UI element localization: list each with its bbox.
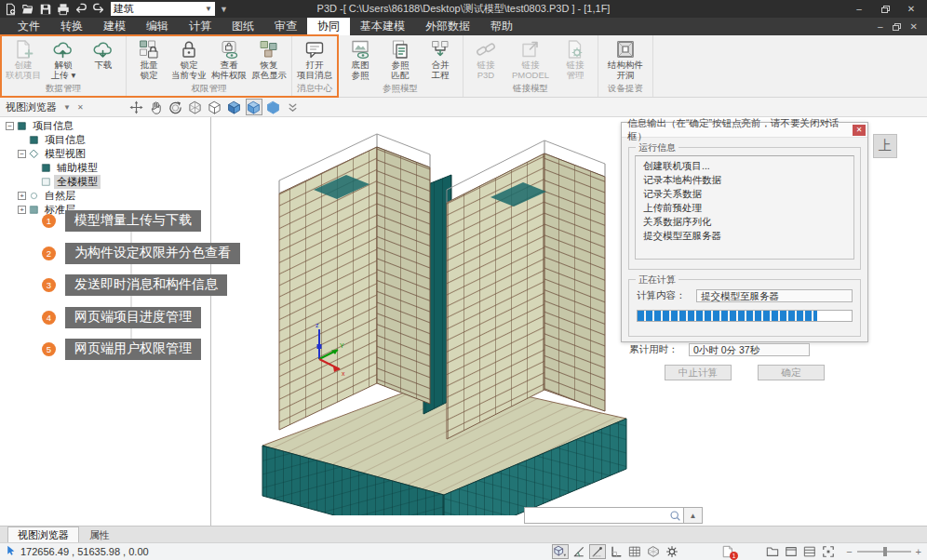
search-icon[interactable] — [669, 510, 681, 522]
ribbon-groups: 底图 参照 参照 匹配 合并 工程 参照模型 链接 P3D 链接 PMODEL … — [338, 35, 653, 97]
tree-item-2[interactable]: − 模型视图 — [0, 147, 210, 161]
ribbon-button-lock-eye[interactable]: 查看 构件权限 — [209, 37, 249, 80]
status-polar-track-button[interactable] — [589, 544, 606, 559]
drawing-canvas[interactable]: z Y x 上 信息输出（在“确定”按钮点亮前，请不要关闭对话框） ✕ 运行信息… — [211, 117, 927, 526]
close-button[interactable]: ✕ — [899, 2, 923, 16]
undo-icon[interactable] — [74, 3, 87, 16]
ribbon-tab-item[interactable]: 文件 — [7, 18, 50, 35]
restore-button[interactable] — [873, 2, 897, 16]
ribbon-button-hole[interactable]: 结构构件 开洞 — [601, 37, 650, 80]
status-settings-gear-button[interactable] — [664, 544, 680, 559]
view-tool-collapse-chevron[interactable] — [285, 99, 302, 115]
ribbon-button-square-arrow[interactable]: 链接 PMODEL — [506, 37, 555, 80]
status-ortho-button[interactable] — [608, 544, 625, 559]
search-up-button[interactable]: ▲ — [684, 507, 703, 524]
status-grid-button[interactable] — [626, 544, 643, 559]
minimize-button[interactable]: – — [847, 2, 871, 16]
new-doc-icon[interactable] — [4, 3, 17, 16]
elevation-button[interactable]: 上 — [873, 134, 897, 158]
redo-icon[interactable] — [92, 3, 105, 16]
status-angle-snap-button[interactable] — [571, 544, 587, 559]
save-icon[interactable] — [39, 3, 52, 16]
open-folder-icon[interactable] — [21, 3, 34, 16]
ribbon-button-doc-gear[interactable]: 链接 管理 — [556, 37, 595, 80]
ribbon-button-cloud-down[interactable]: 下载 — [84, 37, 123, 80]
ribbon-button-chain[interactable]: 链接 P3D — [466, 37, 505, 80]
ribbon-button-doc-plus[interactable]: 创建 联机项目 — [4, 37, 43, 80]
view-tool-orbit[interactable] — [168, 99, 184, 115]
status-window-single-button[interactable] — [783, 544, 799, 559]
status-snap-cube-button[interactable] — [552, 544, 569, 559]
lock-eye-icon — [218, 38, 240, 60]
status-doc-badge-button[interactable]: 1 — [719, 544, 736, 559]
panel-tab-item[interactable]: 属性 — [79, 527, 120, 542]
ribbon-tab-item[interactable]: 审查 — [264, 18, 307, 35]
zoom-slider-handle[interactable] — [883, 547, 887, 556]
tree-item-0[interactable]: − 项目信息 — [0, 119, 210, 133]
ribbon-tab-item[interactable]: 编辑 — [136, 18, 179, 35]
view-tool-fit-view[interactable] — [128, 99, 145, 115]
status-window-tile-button[interactable] — [820, 544, 837, 559]
ok-button[interactable]: 确定 — [758, 365, 825, 380]
ribbon-tab-item[interactable]: 图纸 — [222, 18, 264, 35]
status-iso-view-button[interactable] — [645, 544, 662, 559]
mdi-minimize-button[interactable]: – — [878, 21, 883, 32]
quick-access-toolbar — [4, 3, 105, 16]
zoom-in-button[interactable]: + — [916, 546, 921, 557]
zoom-out-button[interactable]: − — [846, 546, 852, 557]
ribbon-tab-active[interactable]: 协同 — [307, 18, 350, 35]
search-input[interactable] — [530, 510, 669, 521]
tree-expander-icon[interactable]: − — [18, 150, 26, 158]
ribbon-tab-item[interactable]: 建模 — [93, 18, 136, 35]
view-tool-cube-wireframe[interactable] — [187, 99, 204, 115]
view-tool-cube-shaded-dark[interactable] — [226, 99, 243, 115]
print-icon[interactable] — [57, 3, 70, 16]
ribbon-button-label: P3D — [477, 71, 494, 81]
style-combo[interactable]: 建筑 ▼ — [111, 2, 215, 16]
view-tool-cube-shaded[interactable] — [246, 99, 262, 115]
mdi-close-button[interactable]: ✕ — [910, 21, 918, 32]
ribbon-tab-item[interactable]: 转换 — [50, 18, 93, 35]
ribbon-button-batch-lock[interactable]: 批量 锁定 — [129, 37, 168, 80]
toolbar-options-icon[interactable]: ▼ — [220, 5, 228, 14]
status-window-rows-button[interactable] — [801, 544, 818, 559]
tree-item-6[interactable]: + 标准层 — [0, 203, 210, 217]
dock-title: 视图浏览器 — [6, 100, 57, 114]
status-folder-button[interactable] — [764, 544, 781, 559]
mdi-restore-button[interactable] — [893, 23, 901, 31]
tree-item-4[interactable]: 全楼模型 — [0, 175, 210, 189]
zoom-slider[interactable]: − + — [846, 546, 921, 557]
ribbon-button-lock[interactable]: 锁定 当前专业 — [169, 37, 208, 80]
dialog-close-button[interactable]: ✕ — [853, 125, 866, 136]
ribbon-tab-item[interactable]: 帮助 — [480, 18, 523, 35]
panel-tab-active[interactable]: 视图浏览器 — [7, 527, 79, 542]
ribbon-group-label: 数据管理 — [4, 82, 123, 97]
abort-button[interactable]: 中止计算 — [665, 365, 732, 380]
ribbon-tab-item[interactable]: 基本建模 — [350, 18, 415, 35]
coordinates-readout: 172656.49 , 51635.98 , 0.00 — [6, 545, 149, 558]
elapsed-time-field: 0小时 0分 37秒 — [689, 343, 810, 356]
ribbon-button-doc-match[interactable]: 参照 匹配 — [381, 37, 420, 80]
calc-content-label: 计算内容： — [637, 289, 691, 302]
dock-close-button[interactable]: ✕ — [77, 103, 84, 112]
view-tool-cube-solid[interactable] — [265, 99, 282, 115]
zoom-slider-track[interactable] — [857, 551, 911, 553]
view-tool-cube-hiddenline[interactable] — [207, 99, 223, 115]
ribbon-button-merge[interactable]: 合并 工程 — [421, 37, 460, 80]
ribbon-button-message[interactable]: 打开 项目消息 — [295, 37, 334, 80]
dock-menu-button[interactable]: ▼ — [63, 103, 71, 112]
tree-item-1[interactable]: 项目信息 — [0, 133, 210, 147]
tree-expander-icon[interactable]: + — [18, 192, 26, 200]
tree-item-5[interactable]: + 自然层 — [0, 189, 210, 203]
tree-expander-icon[interactable]: + — [18, 206, 26, 214]
ribbon: 创建 联机项目 解锁 上传 ▾ 下载 数据管理 批量 锁定 锁定 当前专业 查看… — [0, 35, 927, 98]
tree-expander-icon[interactable]: − — [6, 122, 14, 130]
ribbon-button-cubes[interactable]: 恢复 原色显示 — [249, 37, 289, 80]
view-tool-pan-hand[interactable] — [148, 99, 165, 115]
search-bar: ▲ — [524, 507, 703, 524]
ribbon-button-cloud-up[interactable]: 解锁 上传 ▾ — [44, 37, 83, 80]
ribbon-tab-item[interactable]: 外部数据 — [415, 18, 480, 35]
ribbon-tab-item[interactable]: 计算 — [179, 18, 222, 35]
ribbon-button-image-eye[interactable]: 底图 参照 — [341, 37, 380, 80]
tree-item-3[interactable]: 辅助模型 — [0, 161, 210, 175]
